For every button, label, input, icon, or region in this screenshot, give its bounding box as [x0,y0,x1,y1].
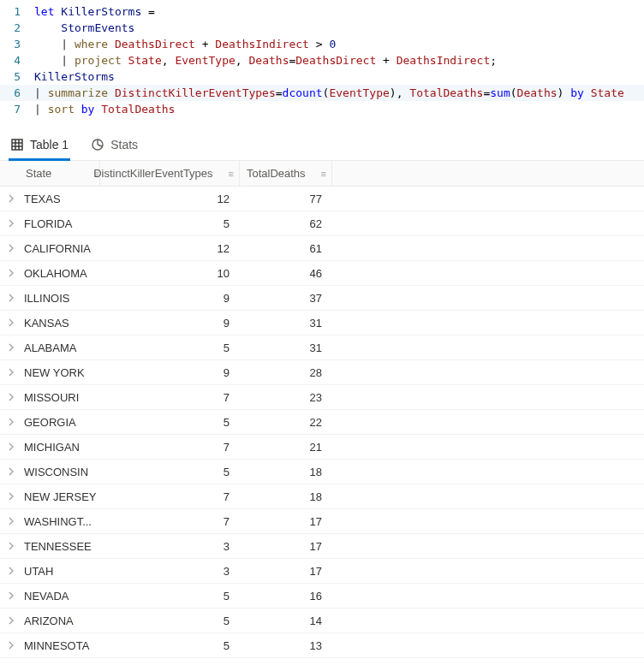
cell-state: CALIFORNIA [22,242,100,255]
column-header-state[interactable]: State ≡ [22,161,100,186]
table-row[interactable]: UTAH317 [0,559,644,584]
code-line[interactable]: 7| sort by TotalDeaths [0,101,644,117]
code-content[interactable]: KillerStorms [34,68,644,85]
code-content[interactable]: | where DeathsDirect + DeathsIndirect > … [34,36,644,52]
table-row[interactable]: TEXAS1277 [0,187,644,211]
cell-total-deaths: 17 [240,515,332,528]
table-row[interactable]: FLORIDA562 [0,211,644,236]
code-content[interactable]: | sort by TotalDeaths [34,101,644,117]
row-expand-chevron-icon[interactable] [0,368,22,377]
line-number: 2 [0,20,34,36]
cell-distinct-types: 12 [100,193,240,205]
row-expand-chevron-icon[interactable] [0,244,22,252]
query-editor[interactable]: 1let KillerStorms =2 StormEvents3 | wher… [0,0,644,124]
table-row[interactable]: MICHIGAN721 [0,435,644,460]
cell-total-deaths: 31 [240,341,332,354]
column-header-deaths-label: TotalDeaths [247,167,306,180]
cell-total-deaths: 37 [240,292,332,305]
table-row[interactable]: MISSOURI723 [0,385,644,410]
column-menu-icon[interactable]: ≡ [224,169,234,179]
table-row[interactable]: ARIZONA514 [0,609,644,633]
row-expand-chevron-icon[interactable] [0,194,22,203]
code-line[interactable]: 2 StormEvents [0,20,644,36]
code-content[interactable]: | project State, EventType, Deaths=Death… [34,52,644,68]
table-row[interactable]: NEW YORK928 [0,360,644,385]
table-row[interactable]: ALABAMA531 [0,335,644,360]
row-expand-chevron-icon[interactable] [0,641,22,650]
line-number: 5 [0,68,34,85]
table-row[interactable]: WISCONSIN518 [0,460,644,484]
row-expand-chevron-icon[interactable] [0,492,22,501]
cell-distinct-types: 5 [100,217,240,230]
cell-distinct-types: 5 [100,416,240,429]
line-number: 7 [0,101,34,117]
row-expand-chevron-icon[interactable] [0,517,22,525]
table-header-row: State ≡ DistinctKillerEventTypes ≡ Total… [0,161,644,187]
cell-total-deaths: 18 [240,490,332,503]
cell-total-deaths: 17 [240,565,332,578]
cell-total-deaths: 77 [240,193,332,205]
cell-state: FLORIDA [22,217,100,230]
row-expand-chevron-icon[interactable] [0,542,22,550]
row-expand-chevron-icon[interactable] [0,567,22,575]
line-number: 6 [0,85,34,101]
row-expand-chevron-icon[interactable] [0,418,22,426]
table-row[interactable]: WASHINGT...717 [0,509,644,534]
row-expand-chevron-icon[interactable] [0,343,22,352]
row-expand-chevron-icon[interactable] [0,467,22,476]
cell-state: ALABAMA [22,341,100,354]
table-row[interactable]: NORTH CA...413 [0,658,644,665]
cell-state: KANSAS [22,317,100,330]
table-row[interactable]: KANSAS931 [0,311,644,335]
row-expand-chevron-icon[interactable] [0,393,22,401]
cell-total-deaths: 22 [240,416,332,429]
code-line[interactable]: 6| summarize DistinctKillerEventTypes=dc… [0,85,644,101]
cell-state: GEORGIA [22,416,100,429]
column-menu-icon[interactable]: ≡ [316,169,326,179]
cell-state: WASHINGT... [22,515,100,528]
cell-distinct-types: 3 [100,540,240,553]
stats-icon [91,138,104,151]
cell-total-deaths: 14 [240,615,332,627]
table-row[interactable]: OKLAHOMA1046 [0,261,644,286]
cell-state: TEXAS [22,193,100,205]
cell-distinct-types: 9 [100,317,240,330]
cell-distinct-types: 5 [100,590,240,603]
cell-distinct-types: 7 [100,515,240,528]
table-row[interactable]: NEW JERSEY718 [0,484,644,509]
column-header-state-label: State [26,167,51,180]
cell-total-deaths: 13 [240,639,332,652]
table-row[interactable]: CALIFORNIA1261 [0,236,644,261]
tab-table-label: Table 1 [30,138,69,151]
code-line[interactable]: 3 | where DeathsDirect + DeathsIndirect … [0,36,644,52]
row-expand-chevron-icon[interactable] [0,219,22,228]
row-expand-chevron-icon[interactable] [0,591,22,600]
cell-distinct-types: 10 [100,267,240,280]
column-header-deaths[interactable]: TotalDeaths ≡ [240,161,332,186]
code-line[interactable]: 5KillerStorms [0,68,644,85]
cell-total-deaths: 62 [240,217,332,230]
row-expand-chevron-icon[interactable] [0,294,22,302]
row-expand-chevron-icon[interactable] [0,616,22,625]
table-row[interactable]: ILLINOIS937 [0,286,644,311]
tab-stats-label: Stats [110,138,138,151]
table-row[interactable]: NEVADA516 [0,584,644,609]
table-icon [10,138,24,151]
cell-distinct-types: 9 [100,366,240,379]
code-content[interactable]: | summarize DistinctKillerEventTypes=dco… [34,85,644,101]
column-header-types[interactable]: DistinctKillerEventTypes ≡ [100,161,240,186]
code-line[interactable]: 1let KillerStorms = [0,3,644,20]
tab-table[interactable]: Table 1 [9,129,70,161]
tab-stats[interactable]: Stats [89,129,140,161]
table-row[interactable]: GEORGIA522 [0,410,644,435]
table-row[interactable]: MINNESOTA513 [0,633,644,658]
code-content[interactable]: StormEvents [34,20,644,36]
row-expand-chevron-icon[interactable] [0,442,22,451]
table-row[interactable]: TENNESSEE317 [0,534,644,559]
row-expand-chevron-icon[interactable] [0,269,22,277]
row-expand-chevron-icon[interactable] [0,318,22,327]
svg-rect-0 [12,140,22,150]
code-line[interactable]: 4 | project State, EventType, Deaths=Dea… [0,52,644,68]
code-content[interactable]: let KillerStorms = [34,3,644,20]
cell-distinct-types: 7 [100,441,240,454]
